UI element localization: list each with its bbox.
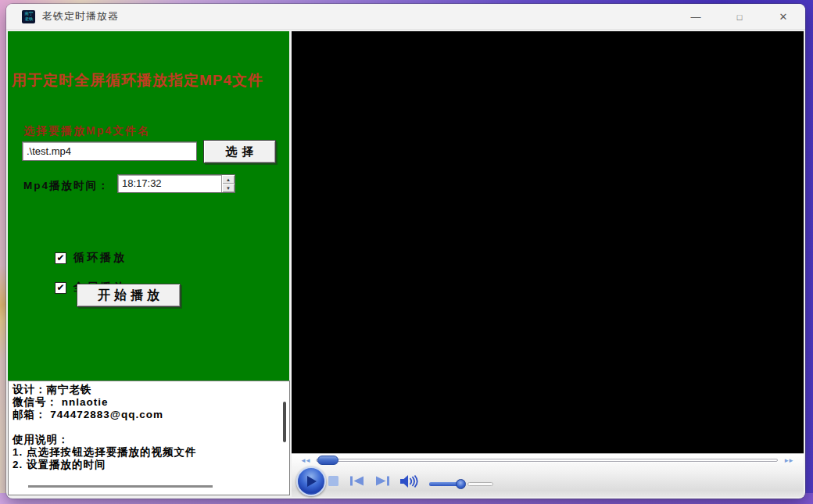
app-window: 南宁 老铁 老铁定时播放器 — □ ✕ 用于定时全屏循环播放指定MP4文件 选择… [6,4,805,499]
file-select-label: 选择要播放Mp4文件名 [23,124,150,138]
seek-bar[interactable] [316,459,778,462]
titlebar[interactable]: 南宁 老铁 老铁定时播放器 — □ ✕ [6,4,805,30]
play-button[interactable] [296,466,326,496]
spin-down-icon: ▼ [226,186,231,191]
info-vertical-scrollbar[interactable] [281,381,288,495]
loop-playback-checkbox[interactable]: ✔ [55,252,66,264]
previous-button[interactable] [349,476,365,486]
info-panel: 设计：南宁老铁 微信号： nnlaotie 邮箱： 744472883@qq.c… [8,381,290,495]
play-time-label: Mp4播放时间： [23,179,110,193]
minimize-button[interactable]: — [674,4,718,30]
file-path-input[interactable] [22,141,197,161]
fullscreen-playback-checkbox[interactable]: ✔ [55,282,66,294]
app-icon: 南宁 老铁 [22,10,35,23]
spin-up-icon: ▲ [226,177,231,182]
start-playback-button[interactable]: 开始播放 [77,284,181,307]
volume-slider-track[interactable] [467,482,493,486]
info-text: 设计：南宁老铁 微信号： nnlaotie 邮箱： 744472883@qq.c… [13,384,278,471]
time-spin-up-button[interactable]: ▲ [222,175,235,184]
app-icon-text-line2: 老铁 [24,16,33,21]
loop-playback-label: 循环播放 [73,251,127,265]
info-line-designer: 设计：南宁老铁 [13,384,278,396]
window-controls: — □ ✕ [674,4,805,30]
next-button[interactable] [374,476,390,486]
window-title: 老铁定时播放器 [42,9,119,23]
check-icon: ✔ [56,253,64,263]
check-icon: ✔ [56,283,64,292]
maximize-icon: □ [737,13,743,22]
settings-panel: 用于定时全屏循环播放指定MP4文件 选择要播放Mp4文件名 选择 Mp4播放时间… [8,31,289,381]
info-line-wechat: 微信号： nnlaotie [13,396,278,409]
loop-playback-row: ✔ 循环播放 [55,251,127,265]
video-display-area[interactable] [292,31,804,453]
info-line-email: 邮箱： 744472883@qq.com [13,409,278,421]
play-icon [306,475,318,488]
fast-forward-icon[interactable]: ►► [783,457,793,464]
volume-slider-thumb[interactable] [456,479,466,489]
info-horizontal-scrollbar[interactable] [9,485,289,488]
minimize-icon: — [691,11,701,23]
maximize-button[interactable]: □ [718,4,761,30]
player-control-bar: ◄◄ ►► [292,453,804,497]
rewind-icon[interactable]: ◄◄ [300,457,310,464]
close-icon: ✕ [779,11,788,23]
choose-file-button[interactable]: 选择 [203,140,276,163]
app-icon-text-line1: 南宁 [24,11,33,16]
volume-mute-button[interactable] [399,474,419,488]
info-line-step1: 1. 点选择按钮选择要播放的视频文件 [13,446,278,459]
close-button[interactable]: ✕ [761,4,805,30]
info-line-step2: 2. 设置播放的时间 [13,459,278,471]
seek-thumb[interactable] [317,456,338,465]
info-line-blank [13,421,278,434]
time-spinner: ▲ ▼ [221,175,235,192]
play-time-value: 18:17:32 [118,175,221,192]
vertical-scroll-thumb[interactable] [283,402,286,442]
horizontal-scroll-thumb[interactable] [28,485,213,488]
stop-button[interactable] [328,475,339,487]
time-spin-down-button[interactable]: ▼ [222,184,235,192]
info-line-instructions-title: 使用说明： [13,434,278,446]
app-description: 用于定时全屏循环播放指定MP4文件 [12,70,263,91]
play-time-field[interactable]: 18:17:32 ▲ ▼ [117,174,235,193]
